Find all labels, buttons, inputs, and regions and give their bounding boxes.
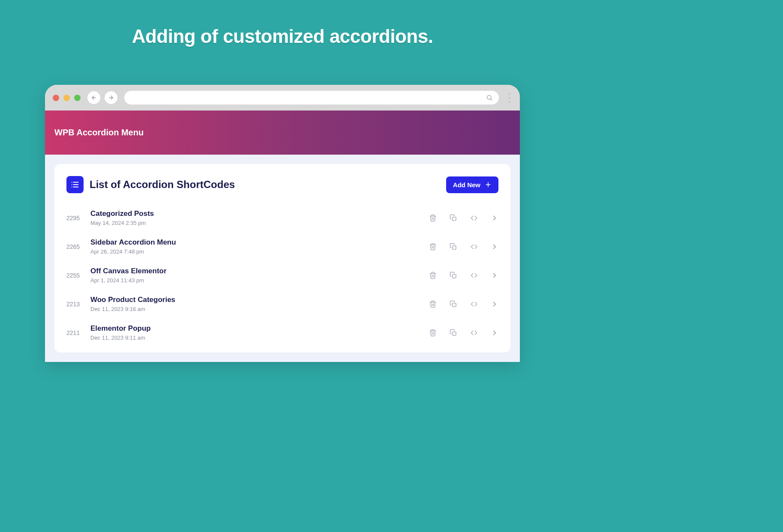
row-name[interactable]: Sidebar Accordion Menu xyxy=(90,238,421,247)
code-icon xyxy=(470,329,478,337)
delete-button[interactable] xyxy=(429,272,437,279)
row-id: 2211 xyxy=(66,329,83,336)
row-id: 2295 xyxy=(66,215,83,221)
svg-rect-9 xyxy=(453,217,456,220)
browser-window: WPB Accordion Menu List of Accordion Sho… xyxy=(45,85,520,362)
table-row: 2265Sidebar Accordion MenuApr 26, 2024 7… xyxy=(66,232,498,261)
table-row: 2295Categorized PostsMay 14, 2024 2:35 p… xyxy=(66,203,498,232)
open-button[interactable] xyxy=(491,214,498,222)
trash-icon xyxy=(429,329,437,337)
add-new-button[interactable]: Add New xyxy=(446,176,498,193)
plus-icon xyxy=(485,181,492,188)
row-date: Apr 1, 2024 11:43 pm xyxy=(90,277,421,284)
duplicate-button[interactable] xyxy=(450,272,457,279)
row-date: May 14, 2024 2:35 pm xyxy=(90,220,421,226)
shortcode-button[interactable] xyxy=(470,214,478,222)
address-bar[interactable] xyxy=(124,91,499,105)
duplicate-button[interactable] xyxy=(450,243,457,251)
duplicate-button[interactable] xyxy=(450,329,457,337)
close-icon[interactable] xyxy=(53,95,59,101)
arrow-right-icon xyxy=(108,95,114,101)
list-icon xyxy=(66,176,84,193)
back-button[interactable] xyxy=(87,91,100,104)
trash-icon xyxy=(429,214,437,222)
add-new-label: Add New xyxy=(453,181,480,188)
arrow-left-icon xyxy=(91,95,97,101)
table-row: 2255Off Canvas ElementorApr 1, 2024 11:4… xyxy=(66,261,498,290)
duplicate-button[interactable] xyxy=(450,214,457,222)
row-name[interactable]: Elementor Popup xyxy=(90,324,421,333)
svg-rect-21 xyxy=(453,332,456,335)
chevron-right-icon xyxy=(491,243,498,251)
minimize-icon[interactable] xyxy=(63,95,70,101)
trash-icon xyxy=(429,272,437,279)
shortcode-button[interactable] xyxy=(470,243,478,251)
delete-button[interactable] xyxy=(429,243,437,251)
copy-icon xyxy=(450,243,457,251)
delete-button[interactable] xyxy=(429,300,437,308)
shortcodes-card: List of Accordion ShortCodes Add New 229… xyxy=(54,164,510,353)
shortcode-button[interactable] xyxy=(470,272,478,279)
chevron-right-icon xyxy=(491,329,498,337)
trash-icon xyxy=(429,243,437,251)
browser-chrome-bar xyxy=(45,85,520,111)
row-name[interactable]: Off Canvas Elementor xyxy=(90,267,421,275)
open-button[interactable] xyxy=(491,243,498,251)
code-icon xyxy=(470,272,478,279)
code-icon xyxy=(470,243,478,251)
row-name[interactable]: Woo Product Categories xyxy=(90,296,421,304)
open-button[interactable] xyxy=(491,272,498,279)
card-title: List of Accordion ShortCodes xyxy=(90,179,235,191)
code-icon xyxy=(470,214,478,222)
table-row: 2211Elementor PopupDec 11, 2023 9:11 am xyxy=(66,318,498,347)
shortcode-button[interactable] xyxy=(470,329,478,337)
svg-rect-15 xyxy=(453,274,456,278)
duplicate-button[interactable] xyxy=(450,300,457,308)
search-icon xyxy=(486,94,493,101)
traffic-lights xyxy=(53,95,81,101)
row-date: Dec 11, 2023 9:11 am xyxy=(90,335,421,341)
more-menu-button[interactable] xyxy=(508,93,510,103)
svg-rect-12 xyxy=(453,245,456,249)
delete-button[interactable] xyxy=(429,329,437,337)
trash-icon xyxy=(429,300,437,308)
svg-rect-18 xyxy=(453,303,456,306)
copy-icon xyxy=(450,214,457,222)
row-id: 2213 xyxy=(66,301,83,308)
shortcode-list: 2295Categorized PostsMay 14, 2024 2:35 p… xyxy=(66,203,498,347)
row-date: Dec 11, 2023 9:16 am xyxy=(90,306,421,312)
forward-button[interactable] xyxy=(105,91,117,104)
content-area: List of Accordion ShortCodes Add New 229… xyxy=(45,155,520,362)
shortcode-button[interactable] xyxy=(470,300,478,308)
plugin-header: WPB Accordion Menu xyxy=(45,111,520,155)
plugin-title: WPB Accordion Menu xyxy=(54,128,144,137)
maximize-icon[interactable] xyxy=(74,95,81,101)
copy-icon xyxy=(450,272,457,279)
row-name[interactable]: Categorized Posts xyxy=(90,209,421,218)
chevron-right-icon xyxy=(491,272,498,279)
page-heading: Adding of customized accordions. xyxy=(0,0,565,47)
code-icon xyxy=(470,300,478,308)
copy-icon xyxy=(450,300,457,308)
delete-button[interactable] xyxy=(429,214,437,222)
open-button[interactable] xyxy=(491,329,498,337)
chevron-right-icon xyxy=(491,300,498,308)
row-id: 2265 xyxy=(66,243,83,250)
row-id: 2255 xyxy=(66,272,83,279)
copy-icon xyxy=(450,329,457,337)
table-row: 2213Woo Product CategoriesDec 11, 2023 9… xyxy=(66,290,498,318)
row-date: Apr 26, 2024 7:48 pm xyxy=(90,248,421,255)
chevron-right-icon xyxy=(491,214,498,222)
open-button[interactable] xyxy=(491,300,498,308)
